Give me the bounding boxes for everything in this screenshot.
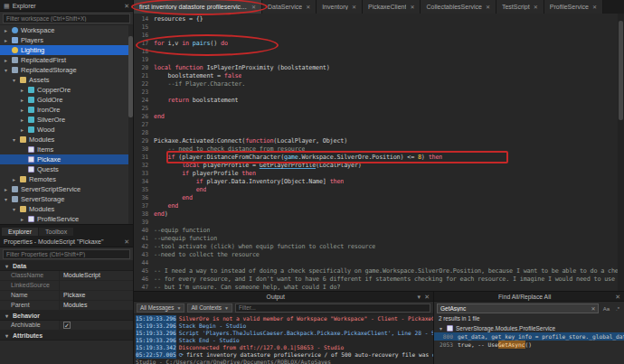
code-line[interactable]: 32 local playerProfile = GetPlayerProfil…: [134, 162, 624, 170]
tree-item-wood[interactable]: ▸Wood: [0, 125, 133, 135]
code-line[interactable]: 38end): [134, 210, 624, 219]
code-line[interactable]: 17for i,v in pairs() do: [134, 40, 624, 48]
tree-item-assets[interactable]: ▾Assets: [0, 75, 133, 85]
code-line[interactable]: 35 end: [134, 186, 624, 194]
output-row[interactable]: 15:19:33.296Stack Begin - Studio: [134, 322, 433, 330]
code-line[interactable]: 36 end: [134, 194, 624, 202]
tree-item-ironore[interactable]: ▸IronOre: [0, 105, 133, 115]
code-line[interactable]: 31 if (player:DistanceFromCharacter(game…: [134, 154, 624, 162]
code-line[interactable]: 34 if player.Data.Inventory[Object.Name]…: [134, 178, 624, 186]
property-value[interactable]: Pickaxe: [60, 291, 133, 300]
code-line[interactable]: 45-- I need a way to instead of doing a …: [134, 267, 624, 275]
property-value[interactable]: ✓: [60, 321, 133, 330]
code-line[interactable]: 40--equip function: [134, 227, 624, 235]
code-line[interactable]: 26end: [134, 113, 624, 121]
chevron-down-icon[interactable]: ▾: [11, 136, 17, 143]
script-tab-inventory[interactable]: Inventory✕: [317, 0, 363, 14]
tree-item-modules[interactable]: ▾Modules: [0, 135, 133, 145]
code-line[interactable]: 27: [134, 121, 624, 129]
property-section-behavior[interactable]: ▾Behavior: [0, 311, 133, 321]
tab-close-icon[interactable]: ✕: [352, 4, 356, 10]
messages-filter-dropdown[interactable]: All Messages ▼: [137, 303, 184, 313]
tree-item-workspace[interactable]: ▸Workspace: [0, 25, 133, 35]
code-line[interactable]: 21 boolstatement = false: [134, 72, 624, 80]
tree-item-profileservice[interactable]: ▸ProfileService: [0, 214, 133, 224]
code-line[interactable]: 43--need to collect the resource: [134, 251, 624, 259]
code-line[interactable]: 19: [134, 56, 624, 64]
code-line[interactable]: 23: [134, 89, 624, 97]
code-line[interactable]: 37 end: [134, 202, 624, 210]
property-section-data[interactable]: ▾Data: [0, 261, 133, 271]
find-result-row[interactable]: 800get_data, get_key_info = profile_stor…: [434, 332, 624, 341]
chevron-down-icon[interactable]: ▾: [11, 206, 17, 212]
properties-filter-input[interactable]: [3, 249, 130, 259]
chevron-right-icon[interactable]: ▸: [19, 97, 25, 103]
chevron-down-icon[interactable]: ▾: [3, 67, 9, 73]
chevron-down-icon[interactable]: ▾: [418, 294, 421, 300]
script-editor[interactable]: 14resources = {}151617for i,v in pairs()…: [134, 14, 624, 291]
tab-close-icon[interactable]: ✕: [410, 4, 414, 10]
code-line[interactable]: 29Pickaxe.Activated:Connect(function(Loc…: [134, 137, 624, 145]
chevron-down-icon[interactable]: ▾: [4, 313, 10, 319]
output-row[interactable]: 15:19:33.296Script 'Players.TheJuliusCae…: [134, 330, 433, 337]
script-tab-first-inventory-datastore-profileservice-of-500[interactable]: first inventory datastore profileservice…: [134, 0, 262, 14]
editor-scrollbar[interactable]: [618, 14, 624, 291]
tab-close-icon[interactable]: ✕: [486, 4, 490, 10]
tab-close-icon[interactable]: ✕: [592, 4, 597, 10]
find-result-row[interactable]: 2053true, -- Use GetAsync(): [434, 341, 624, 349]
tree-item-remotes[interactable]: ▸Remotes: [0, 174, 133, 184]
code-line[interactable]: 16: [134, 32, 624, 40]
contexts-filter-dropdown[interactable]: All Contexts ▼: [187, 303, 232, 313]
archivable-checkbox[interactable]: ✓: [63, 322, 71, 329]
code-line[interactable]: 44: [134, 259, 624, 267]
chevron-down-icon[interactable]: ▾: [4, 332, 10, 339]
tree-item-goldore[interactable]: ▸GoldOre: [0, 95, 133, 105]
property-section-attributes[interactable]: ▾Attributes: [0, 331, 133, 341]
script-tab-dataservice[interactable]: DataService✕: [262, 0, 317, 14]
code-line[interactable]: 15: [134, 23, 624, 32]
code-line[interactable]: 24 return boolstatement: [134, 97, 624, 105]
code-line[interactable]: 39: [134, 219, 624, 227]
tree-item-modules[interactable]: ▾Modules: [0, 204, 133, 214]
tree-item-serverscriptservice[interactable]: ▸ServerScriptService: [0, 184, 133, 194]
output-row[interactable]: 15:19:33.296Stack End - Studio: [134, 337, 433, 344]
find-query-input[interactable]: [438, 305, 590, 312]
code-line[interactable]: 25: [134, 105, 624, 113]
code-line[interactable]: 33 if playerProfile then: [134, 170, 624, 178]
tree-item-quests[interactable]: Quests: [0, 164, 133, 174]
chevron-down-icon[interactable]: ▾: [3, 196, 9, 202]
scrollbar-thumb[interactable]: [128, 36, 133, 117]
chevron-right-icon[interactable]: ▸: [19, 216, 25, 222]
tab-close-icon[interactable]: ✕: [534, 4, 538, 10]
code-line[interactable]: 42--tool activate (click) when equip fun…: [134, 243, 624, 251]
script-tab-pickaxeclient[interactable]: PickaxeClient✕: [363, 0, 421, 14]
code-line[interactable]: 22 --if Player.Character.: [134, 80, 624, 89]
tree-item-pickaxe[interactable]: Pickaxe: [0, 154, 133, 164]
tab-toolbox[interactable]: Toolbox: [39, 228, 73, 236]
chevron-right-icon[interactable]: ▸: [3, 27, 9, 33]
script-tab-testscript[interactable]: TestScript✕: [496, 0, 544, 14]
output-filter-input[interactable]: [235, 303, 430, 313]
code-line[interactable]: 46-- for every resource, and I don't wan…: [134, 275, 624, 284]
property-value[interactable]: ModuleScript: [60, 271, 133, 280]
tree-item-copperore[interactable]: ▸CopperOre: [0, 85, 133, 95]
chevron-right-icon[interactable]: ▸: [11, 176, 17, 182]
tab-explorer[interactable]: Explorer: [2, 228, 38, 236]
code-line[interactable]: 41--unequip function: [134, 235, 624, 243]
match-case-icon[interactable]: Aa: [601, 306, 611, 312]
close-icon[interactable]: ✕: [424, 294, 430, 300]
find-file-row[interactable]: ▾ ServerStorage.Modules.ProfileService: [434, 323, 624, 332]
regex-icon[interactable]: .*: [614, 306, 621, 312]
code-line[interactable]: 14resources = {}: [134, 15, 624, 23]
chevron-right-icon[interactable]: ▸: [19, 117, 25, 123]
tree-item-serverstorage[interactable]: ▾ServerStorage: [0, 194, 133, 204]
chevron-right-icon[interactable]: ▸: [19, 126, 25, 133]
output-row[interactable]: 05:22:57.005⟳first inventory datastore p…: [134, 351, 433, 359]
property-value[interactable]: [60, 281, 133, 290]
chevron-right-icon[interactable]: ▸: [19, 107, 25, 113]
chevron-right-icon[interactable]: ▸: [3, 37, 9, 43]
output-row[interactable]: Studio - C:/Users/carm/OneDrive/Document…: [134, 359, 433, 364]
tree-item-lighting[interactable]: Lighting: [0, 45, 133, 55]
close-icon[interactable]: ✕: [124, 238, 129, 245]
tree-item-players[interactable]: ▸Players: [0, 35, 133, 45]
